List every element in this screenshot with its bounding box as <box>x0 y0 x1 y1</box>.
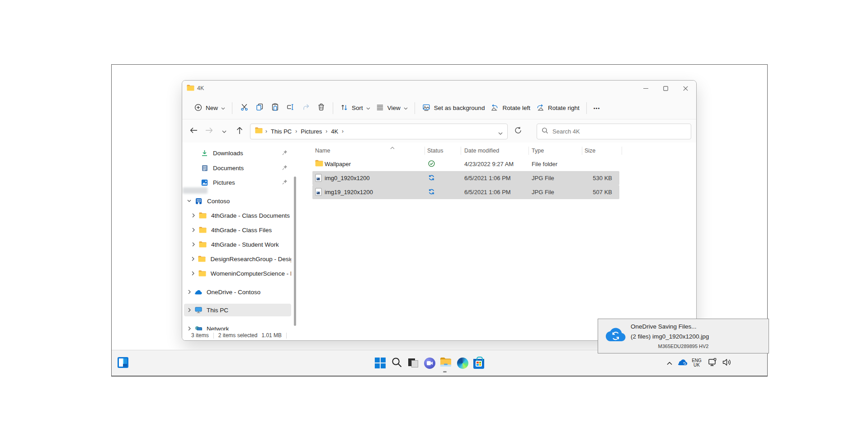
column-separator[interactable] <box>425 147 425 155</box>
breadcrumb-pictures[interactable]: Pictures <box>299 128 324 135</box>
command-bar: New Sort <box>182 97 696 119</box>
new-label: New <box>206 105 218 111</box>
tray-language-indicator[interactable]: ENG UK <box>690 356 703 370</box>
file-size: 507 KB <box>576 189 612 196</box>
address-bar-row: › This PC › Pictures › 4K › <box>182 120 696 143</box>
statusbar-separator <box>213 333 214 339</box>
close-button[interactable] <box>675 81 695 96</box>
sidebar-item-4thgrade-class-documents[interactable]: 4thGrade - Class Documents <box>184 209 291 222</box>
sidebar-item-contoso[interactable]: Contoso <box>184 195 291 207</box>
sidebar-item-4thgrade-student-work[interactable]: 4thGrade - Student Work <box>184 238 291 251</box>
more-options-button[interactable]: ••• <box>591 100 603 116</box>
back-icon <box>190 127 198 135</box>
taskbar-search-button[interactable] <box>391 357 402 369</box>
jpg-file-icon <box>315 188 322 198</box>
search-icon <box>392 357 402 369</box>
sidebar-item-label: Network <box>207 325 229 331</box>
sidebar-item-documents[interactable]: Documents <box>184 162 291 174</box>
file-row-img0[interactable]: img0_1920x1200 6/5/2021 1:06 PM JPG File… <box>312 171 619 185</box>
tray-volume-button[interactable] <box>721 356 733 370</box>
cut-button[interactable] <box>236 100 252 116</box>
view-label: View <box>387 105 401 111</box>
tray-onedrive-icon[interactable] <box>677 356 689 370</box>
chat-button[interactable] <box>424 357 435 369</box>
sidebar-item-womenincomputerscience[interactable]: WomeninComputerScience - Man <box>184 267 291 280</box>
file-date-modified: 6/5/2021 1:06 PM <box>464 175 511 181</box>
folder-icon <box>198 256 206 262</box>
task-view-button[interactable] <box>407 357 419 369</box>
window-title: 4K <box>197 85 204 91</box>
column-header-date-modified[interactable]: Date modified <box>464 148 499 154</box>
new-button[interactable]: New <box>191 100 228 116</box>
view-button[interactable]: View <box>373 100 410 116</box>
up-button[interactable] <box>232 124 247 139</box>
sort-button[interactable]: Sort <box>337 100 373 116</box>
chevron-up-icon <box>667 359 672 367</box>
file-explorer-icon <box>440 357 452 369</box>
sidebar-scrollbar[interactable] <box>294 177 296 326</box>
forward-button[interactable] <box>201 124 217 139</box>
widgets-button[interactable] <box>118 357 129 369</box>
chevron-right-icon <box>191 242 196 247</box>
minimize-button[interactable] <box>636 81 656 96</box>
file-explorer-button[interactable] <box>440 357 452 369</box>
address-dropdown-chevron-icon[interactable] <box>498 129 503 137</box>
breadcrumb-4k[interactable]: 4K <box>329 128 340 135</box>
edge-button[interactable] <box>457 357 468 369</box>
file-row-img19[interactable]: img19_1920x1200 6/5/2021 1:06 PM JPG Fil… <box>312 185 619 199</box>
recent-locations-button[interactable] <box>217 124 232 139</box>
refresh-button[interactable] <box>510 124 526 139</box>
sidebar-item-this-pc[interactable]: This PC <box>184 304 291 316</box>
column-separator[interactable] <box>461 147 461 155</box>
sidebar-item-label: Documents <box>213 165 244 172</box>
rotate-left-button[interactable]: Rotate left <box>487 100 533 116</box>
desktop-canvas: 4K New <box>111 64 768 377</box>
column-header-name[interactable]: Name <box>315 148 330 154</box>
document-icon <box>201 165 208 172</box>
tray-show-hidden-icons-button[interactable] <box>664 356 675 370</box>
sidebar-item-network[interactable]: Network <box>184 322 291 330</box>
rotate-right-button[interactable]: Rotate right <box>533 100 582 116</box>
paste-button[interactable] <box>267 100 283 116</box>
breadcrumb-chevron-icon: › <box>264 128 269 134</box>
breadcrumb-chevron-icon: › <box>324 128 329 134</box>
set-as-background-label: Set as background <box>434 105 485 111</box>
rename-button[interactable] <box>283 100 298 116</box>
breadcrumb-this-pc[interactable]: This PC <box>269 128 293 135</box>
chevron-right-icon <box>187 290 192 294</box>
sidebar-item-label: WomeninComputerScience - Man <box>211 270 291 277</box>
file-row-wallpaper[interactable]: Wallpaper 4/23/2022 9:27 AM File folder <box>312 157 619 171</box>
sidebar-item-pictures[interactable]: Pictures <box>184 176 291 189</box>
notification-title: OneDrive Saving Files... <box>631 323 697 330</box>
pin-icon <box>282 165 288 172</box>
start-button[interactable] <box>374 357 386 369</box>
sidebar-item-label: Contoso <box>207 198 230 205</box>
column-separator[interactable] <box>582 147 582 155</box>
sidebar-item-label: This PC <box>207 307 228 314</box>
search-input[interactable] <box>552 128 686 135</box>
back-button[interactable] <box>186 124 201 139</box>
column-header-type[interactable]: Type <box>532 148 544 154</box>
sidebar-item-designresearchgroup[interactable]: DesignResearchGroup - Design Re <box>184 253 291 265</box>
up-icon <box>236 127 243 136</box>
column-separator[interactable] <box>528 147 529 155</box>
sidebar-item-4thgrade-class-files[interactable]: 4thGrade - Class Files <box>184 224 291 236</box>
column-header-size[interactable]: Size <box>585 148 595 154</box>
onedrive-notification[interactable]: OneDrive Saving Files... (2 files) img0_… <box>598 319 769 353</box>
address-folder-icon <box>255 127 263 135</box>
breadcrumb-bar[interactable]: › This PC › Pictures › 4K › <box>250 124 508 139</box>
share-button[interactable] <box>298 100 313 116</box>
delete-button[interactable] <box>313 100 329 116</box>
store-button[interactable] <box>473 357 485 369</box>
item-count: 3 items <box>191 332 209 339</box>
set-as-background-button[interactable]: Set as background <box>419 100 488 116</box>
copy-button[interactable] <box>252 100 267 116</box>
sidebar-item-onedrive-contoso[interactable]: OneDrive - Contoso <box>184 286 291 298</box>
column-header-status[interactable]: Status <box>427 148 443 154</box>
tray-network-button[interactable] <box>708 356 719 370</box>
download-icon <box>201 150 208 157</box>
column-separator[interactable] <box>622 147 622 155</box>
sidebar-item-downloads[interactable]: Downloads <box>184 147 291 159</box>
edge-icon <box>457 358 468 369</box>
maximize-button[interactable] <box>656 81 675 96</box>
